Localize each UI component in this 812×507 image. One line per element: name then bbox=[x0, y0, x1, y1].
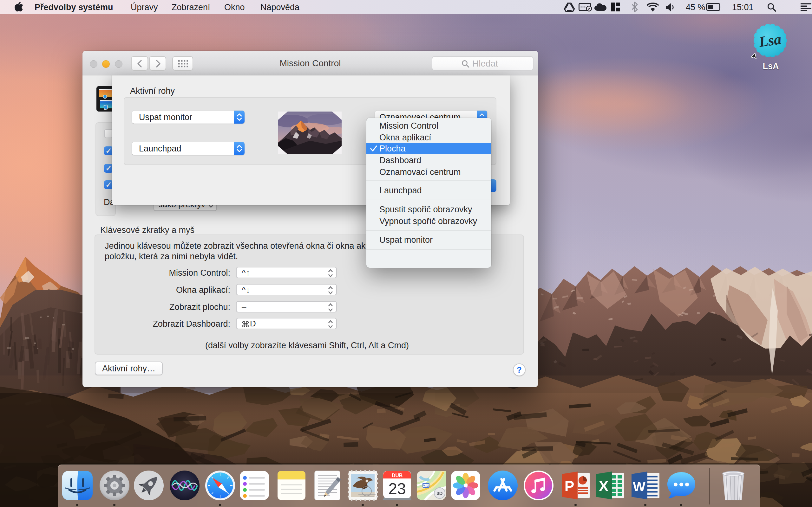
svg-text:X: X bbox=[599, 478, 609, 494]
svg-text:Lsa: Lsa bbox=[757, 31, 782, 50]
svg-text:W: W bbox=[633, 479, 646, 494]
svg-text:23: 23 bbox=[388, 480, 406, 498]
svg-text:3D: 3D bbox=[437, 491, 443, 496]
svg-text:DUB: DUB bbox=[392, 473, 403, 478]
svg-text:280: 280 bbox=[423, 483, 429, 488]
svg-text:P: P bbox=[565, 478, 574, 494]
